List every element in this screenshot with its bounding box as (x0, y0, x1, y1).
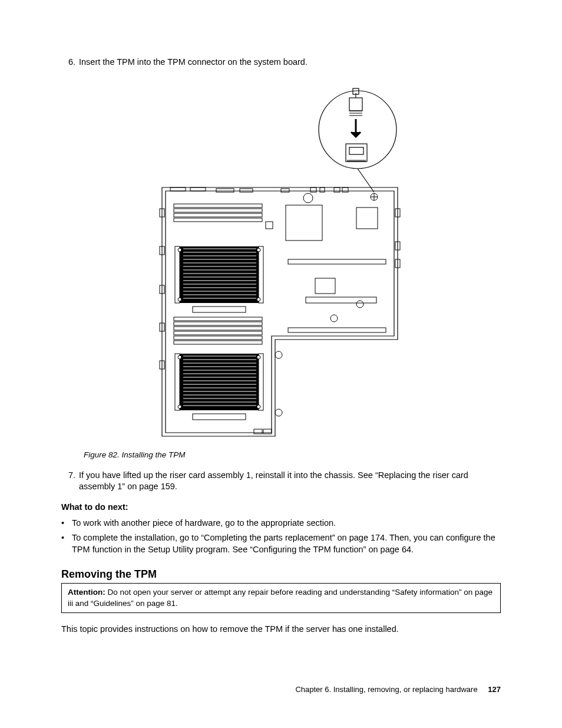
svg-rect-32 (266, 222, 273, 229)
svg-rect-63 (175, 354, 180, 410)
footer-page-number: 127 (488, 685, 501, 694)
svg-rect-31 (174, 218, 262, 222)
svg-rect-61 (174, 341, 262, 344)
svg-point-52 (257, 248, 260, 252)
svg-point-0 (319, 91, 396, 169)
svg-rect-89 (288, 259, 386, 264)
what-to-do-next-heading: What to do next: (61, 502, 501, 512)
svg-rect-90 (288, 328, 386, 332)
svg-rect-56 (174, 317, 262, 321)
svg-rect-30 (174, 213, 262, 217)
step-text: If you have lifted up the riser card ass… (79, 470, 501, 493)
svg-rect-60 (174, 336, 262, 340)
svg-rect-59 (174, 331, 262, 335)
svg-point-83 (257, 405, 260, 409)
svg-rect-57 (174, 322, 262, 325)
svg-point-93 (356, 301, 363, 308)
svg-rect-64 (259, 354, 263, 410)
svg-rect-91 (306, 297, 376, 303)
svg-rect-16 (320, 187, 325, 192)
svg-rect-18 (342, 187, 348, 192)
svg-rect-88 (356, 207, 378, 229)
svg-point-96 (275, 409, 282, 416)
bullet-marker: • (61, 518, 72, 529)
figure-82-image (61, 83, 501, 441)
svg-rect-35 (259, 246, 263, 303)
figure-caption: Figure 82. Installing the TPM (84, 450, 501, 459)
svg-point-54 (257, 298, 260, 301)
svg-rect-85 (254, 429, 262, 434)
svg-rect-92 (315, 278, 335, 294)
section-heading-removing-tpm: Removing the TPM (61, 568, 501, 581)
svg-rect-29 (174, 209, 262, 212)
svg-rect-34 (175, 246, 180, 303)
intro-paragraph: This topic provides instructions on how … (61, 624, 501, 635)
svg-rect-28 (174, 204, 262, 207)
bullet-marker: • (61, 532, 72, 555)
svg-rect-15 (310, 187, 316, 192)
step-number: 7. (61, 470, 79, 493)
attention-text: Do not open your server or attempt any r… (68, 588, 492, 607)
svg-rect-10 (170, 187, 186, 191)
svg-rect-5 (349, 147, 363, 154)
svg-rect-13 (240, 189, 253, 192)
bullet-text: To complete the installation, go to “Com… (72, 532, 501, 555)
svg-rect-12 (216, 189, 234, 192)
step-6: 6. Insert the TPM into the TPM connector… (61, 57, 501, 68)
svg-point-81 (257, 355, 260, 359)
svg-point-19 (303, 193, 313, 203)
svg-point-82 (178, 405, 181, 409)
svg-rect-1 (349, 98, 362, 111)
svg-point-80 (178, 355, 181, 359)
system-board-diagram (157, 83, 405, 439)
bullet-text: To work with another piece of hardware, … (72, 518, 336, 529)
svg-rect-87 (286, 205, 322, 241)
svg-point-94 (330, 315, 338, 322)
svg-rect-86 (263, 429, 272, 434)
step-text: Insert the TPM into the TPM connector on… (79, 57, 501, 68)
svg-rect-14 (281, 189, 289, 192)
svg-rect-84 (193, 414, 246, 420)
svg-point-95 (275, 351, 282, 358)
svg-line-6 (358, 169, 374, 192)
svg-rect-58 (174, 327, 262, 330)
svg-point-53 (178, 298, 181, 301)
bullet-item: • To complete the installation, go to “C… (61, 532, 501, 555)
page-footer: Chapter 6. Installing, removing, or repl… (295, 685, 501, 694)
footer-chapter: Chapter 6. Installing, removing, or repl… (295, 685, 477, 694)
svg-point-51 (178, 248, 181, 252)
bullet-item: • To work with another piece of hardware… (61, 518, 501, 529)
svg-rect-55 (193, 307, 246, 312)
step-7: 7. If you have lifted up the riser card … (61, 470, 501, 493)
attention-label: Attention: (68, 588, 105, 597)
step-number: 6. (61, 57, 79, 68)
svg-rect-11 (190, 187, 206, 191)
svg-rect-17 (334, 187, 340, 192)
attention-box: Attention: Do not open your server or at… (61, 583, 501, 612)
